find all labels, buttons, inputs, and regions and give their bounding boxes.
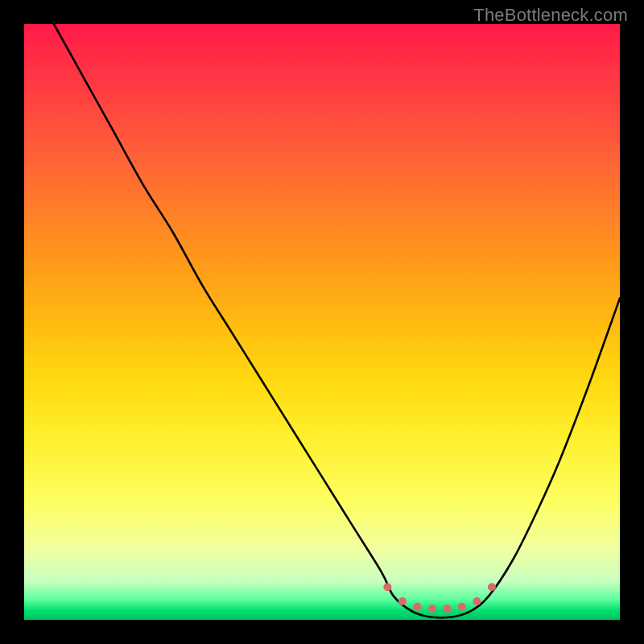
threshold-dot [383, 583, 391, 591]
chart-container: TheBottleneck.com [0, 0, 644, 644]
plot-area [24, 24, 620, 620]
watermark-text: TheBottleneck.com [473, 5, 628, 26]
threshold-dot [428, 605, 436, 613]
threshold-dot [443, 605, 451, 613]
threshold-dot [398, 597, 407, 605]
threshold-dot [413, 603, 421, 611]
threshold-dots [383, 583, 496, 613]
bottleneck-curve [54, 24, 620, 617]
threshold-dot [488, 583, 496, 591]
threshold-dot [458, 603, 466, 611]
threshold-dot [473, 597, 481, 605]
chart-svg [24, 24, 620, 620]
